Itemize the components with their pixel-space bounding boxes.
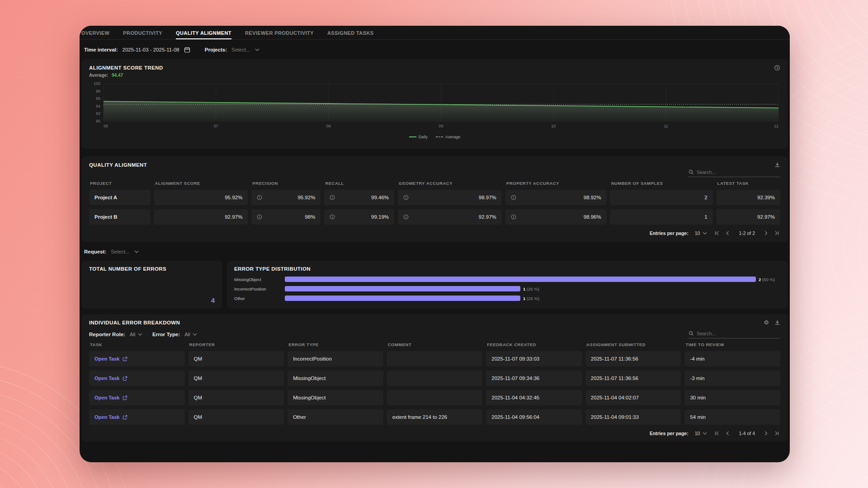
prev-page-button[interactable] — [724, 230, 731, 237]
total-errors-value: 4 — [211, 296, 215, 304]
cell-property-accuracy: 98.96% — [505, 209, 607, 225]
search-input[interactable] — [697, 331, 776, 336]
open-task-link[interactable]: Open Task — [89, 371, 185, 386]
tab-productivity[interactable]: PRODUCTIVITY — [123, 26, 162, 39]
calendar-icon[interactable] — [184, 47, 190, 53]
alignment-score-trend-card: ALIGNMENT SCORE TREND Average: 94.47 100… — [82, 59, 788, 149]
open-task-link[interactable]: Open Task — [89, 409, 185, 425]
cell-time-to-review: 54 min — [684, 409, 780, 425]
chevron-down-icon[interactable] — [255, 48, 259, 51]
breakdown-search[interactable] — [688, 330, 780, 338]
quality-pagination: Entries per page: 10 1-2 of 2 — [89, 230, 780, 237]
cell-reporter: QM — [189, 371, 284, 386]
svg-text:90: 90 — [96, 119, 100, 123]
error-type-select[interactable]: All — [184, 332, 197, 337]
svg-text:96: 96 — [96, 96, 100, 101]
chevron-down-icon[interactable] — [134, 250, 139, 253]
last-page-button[interactable] — [773, 430, 780, 437]
tab-reviewer-productivity[interactable]: REVIEWER PRODUCTIVITY — [245, 26, 314, 39]
cell-reporter: QM — [189, 409, 284, 425]
cell-comment — [387, 351, 483, 366]
column-header-geometry-accuracy: GEOMETRY ACCURACY — [398, 181, 502, 186]
history-clock-icon[interactable] — [774, 65, 780, 71]
error-type-label: Error Type: — [152, 332, 180, 337]
download-icon[interactable] — [774, 319, 780, 325]
cell-latest-task: 92.39% — [717, 190, 780, 205]
svg-text:11: 11 — [664, 124, 668, 128]
cell-error-type: Other — [288, 409, 383, 425]
info-icon[interactable] — [330, 195, 335, 200]
open-task-link[interactable]: Open Task — [89, 351, 185, 366]
quality-card-title: QUALITY ALIGNMENT — [89, 162, 147, 168]
first-page-button[interactable] — [713, 230, 721, 237]
error-bar-value: 2 (50 %) — [759, 277, 775, 282]
tab-bar: OVERVIEW PRODUCTIVITY QUALITY ALIGNMENT … — [80, 26, 790, 40]
cell-feedback-created: 2025-11-04 04:32:45 — [486, 390, 582, 405]
request-select[interactable]: Select... — [111, 249, 130, 254]
cell-error-type: IncorrectPosition — [288, 351, 383, 366]
info-icon[interactable] — [403, 214, 409, 220]
prev-page-button[interactable] — [724, 430, 731, 437]
cell-feedback-created: 2025-11-04 09:56:04 — [486, 409, 582, 425]
first-page-button[interactable] — [713, 430, 721, 437]
tab-quality-alignment[interactable]: QUALITY ALIGNMENT — [176, 26, 231, 39]
column-header-precision: PRECISION — [251, 181, 321, 186]
error-bar-label: Other — [234, 296, 285, 301]
tab-assigned-tasks[interactable]: ASSIGNED TASKS — [327, 26, 374, 39]
next-page-button[interactable] — [763, 430, 769, 437]
cell-number-of-samples: 2 — [610, 190, 713, 205]
cell-latest-task: 92.97% — [717, 209, 780, 225]
info-icon[interactable] — [330, 214, 335, 220]
error-distribution-title: ERROR TYPE DISTRIBUTION — [234, 266, 780, 272]
download-icon[interactable] — [774, 162, 780, 168]
cell-property-accuracy: 98.92% — [505, 190, 607, 205]
open-task-link[interactable]: Open Task — [89, 390, 185, 405]
last-page-button[interactable] — [773, 230, 780, 237]
individual-error-breakdown-card: INDIVIDUAL ERROR BREAKDOWN ⚙ Reporter Ro… — [82, 314, 788, 441]
per-page-select[interactable]: 10 — [695, 431, 708, 436]
cell-geometry-accuracy: 98.97% — [398, 190, 502, 205]
svg-text:06: 06 — [104, 124, 108, 128]
cell-feedback-created: 2025-11-07 09:34:36 — [486, 371, 582, 386]
time-interval-value[interactable]: 2025-11-03 - 2025-11-08 — [123, 47, 179, 52]
request-label: Request: — [84, 249, 106, 254]
cell-error-type: MissingObject — [288, 390, 383, 405]
entries-per-page-label: Entries per page: — [650, 431, 689, 436]
column-header-task: TASK — [89, 342, 185, 347]
cell-assignment-submitted: 2025-11-07 11:36:56 — [585, 351, 681, 366]
page-range: 1-2 of 2 — [739, 230, 755, 236]
cell-error-type: MissingObject — [288, 371, 383, 386]
projects-select[interactable]: Select... — [231, 47, 250, 52]
search-icon — [689, 169, 694, 175]
quality-search[interactable] — [688, 169, 780, 177]
info-icon[interactable] — [257, 214, 262, 220]
svg-text:10: 10 — [551, 124, 556, 128]
total-errors-card: TOTAL NUMBER OF ERRORS 4 — [82, 261, 222, 309]
error-bar-label: MissingObject — [234, 277, 285, 282]
info-icon[interactable] — [403, 195, 409, 200]
info-icon[interactable] — [511, 195, 516, 200]
info-icon[interactable] — [257, 195, 262, 200]
chart-legend: Daily Average — [89, 135, 780, 139]
next-page-button[interactable] — [763, 230, 769, 237]
info-icon[interactable] — [511, 214, 516, 220]
svg-text:98: 98 — [96, 89, 100, 94]
cell-number-of-samples: 1 — [610, 209, 713, 225]
column-header-latest-task: LATEST TASK — [717, 181, 780, 186]
reporter-role-label: Reporter Role: — [89, 332, 125, 337]
error-distribution-card: ERROR TYPE DISTRIBUTION MissingObject2 (… — [227, 261, 788, 309]
cell-recall: 99.19% — [324, 209, 394, 225]
per-page-select[interactable]: 10 — [695, 230, 708, 236]
search-input[interactable] — [697, 169, 776, 175]
chevron-down-icon — [703, 432, 707, 435]
cell-comment — [387, 371, 483, 386]
cell-time-to-review: -3 min — [684, 371, 780, 386]
gear-icon[interactable]: ⚙ — [764, 319, 769, 325]
tab-overview[interactable]: OVERVIEW — [81, 26, 109, 39]
column-header-feedback-created: FEEDBACK CREATED — [486, 342, 582, 347]
projects-label: Projects: — [205, 47, 227, 52]
svg-text:94: 94 — [96, 104, 100, 108]
cell-geometry-accuracy: 92.97% — [398, 209, 502, 225]
reporter-role-select[interactable]: All — [130, 332, 142, 337]
cell-reporter: QM — [189, 351, 284, 366]
